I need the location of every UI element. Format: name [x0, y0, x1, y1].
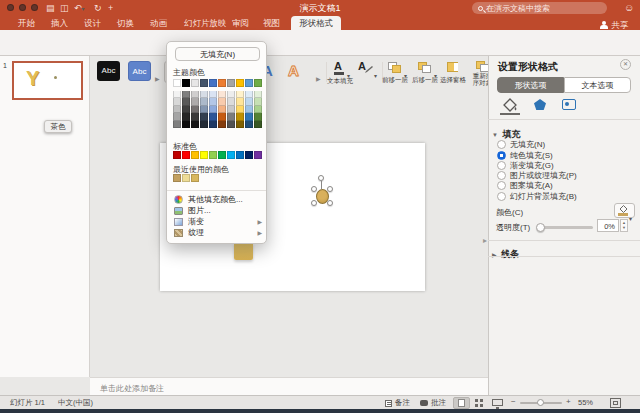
- transparency-value-input[interactable]: 0%: [597, 219, 619, 232]
- gradient-fill-item[interactable]: 渐变: [170, 216, 265, 227]
- color-swatch[interactable]: [209, 79, 217, 87]
- color-swatch[interactable]: [236, 151, 244, 159]
- color-swatch[interactable]: [245, 106, 253, 113]
- color-swatch[interactable]: [254, 113, 262, 120]
- fill-line-tab-icon[interactable]: [502, 98, 518, 112]
- color-swatch[interactable]: [254, 106, 262, 113]
- color-swatch[interactable]: [218, 151, 226, 159]
- bring-forward-label[interactable]: 前移一层: [380, 76, 410, 83]
- send-backward-label[interactable]: 后移一层: [410, 76, 440, 83]
- color-swatch[interactable]: [254, 79, 262, 87]
- style-gallery-next-arrow[interactable]: [155, 67, 160, 85]
- color-swatch[interactable]: [200, 121, 208, 128]
- no-fill-button[interactable]: 无填充(N): [175, 47, 260, 61]
- pane-collapse-arrow[interactable]: ▸: [483, 236, 487, 245]
- text-fill-label[interactable]: 文本填充: [322, 77, 358, 84]
- zoom-slider-knob[interactable]: [537, 399, 544, 406]
- color-swatch[interactable]: [245, 113, 253, 120]
- color-swatch[interactable]: [200, 151, 208, 159]
- color-swatch[interactable]: [191, 121, 199, 128]
- wordart-gallery-next-arrow[interactable]: [316, 67, 321, 85]
- comments-toggle[interactable]: 批注: [431, 398, 446, 408]
- color-swatch[interactable]: [227, 79, 235, 87]
- color-swatch[interactable]: [191, 151, 199, 159]
- color-swatch[interactable]: [182, 113, 190, 120]
- transparency-slider-knob[interactable]: [536, 223, 545, 232]
- color-swatch[interactable]: [236, 98, 244, 105]
- color-swatch[interactable]: [173, 174, 181, 182]
- color-swatch[interactable]: [218, 121, 226, 128]
- color-swatch[interactable]: [191, 106, 199, 113]
- color-swatch[interactable]: [209, 98, 217, 105]
- more-fill-colors-item[interactable]: 其他填充颜色...: [170, 194, 265, 205]
- color-swatch[interactable]: [245, 151, 253, 159]
- color-swatch[interactable]: [218, 106, 226, 113]
- color-swatch[interactable]: [236, 106, 244, 113]
- line-section-header[interactable]: ▶ 线条: [492, 243, 519, 261]
- fill-color-picker-button[interactable]: [614, 203, 635, 218]
- resize-handle-se[interactable]: [327, 200, 333, 206]
- color-swatch[interactable]: [209, 113, 217, 120]
- slide-sorter-view-button[interactable]: [475, 399, 483, 407]
- color-swatch[interactable]: [227, 151, 235, 159]
- resize-handle-ne[interactable]: [327, 186, 333, 192]
- search-input[interactable]: 在演示文稿中搜索: [472, 2, 607, 14]
- color-swatch[interactable]: [209, 151, 217, 159]
- color-swatch[interactable]: [236, 91, 244, 98]
- color-swatch[interactable]: [173, 113, 181, 120]
- color-swatch[interactable]: [173, 121, 181, 128]
- texture-fill-item[interactable]: 纹理: [170, 227, 265, 238]
- color-swatch[interactable]: [254, 91, 262, 98]
- tab-animations[interactable]: 动画: [150, 16, 167, 30]
- minimize-window-button[interactable]: [19, 4, 26, 11]
- color-swatch[interactable]: [227, 113, 235, 120]
- transparency-stepper[interactable]: ▲▼: [620, 219, 628, 232]
- tab-shape-options[interactable]: 形状选项: [497, 77, 564, 93]
- color-swatch[interactable]: [245, 121, 253, 128]
- more-tools-icon[interactable]: +: [108, 1, 113, 15]
- notes-toggle[interactable]: 备注: [395, 398, 410, 408]
- color-swatch[interactable]: [173, 98, 181, 105]
- color-swatch[interactable]: [191, 91, 199, 98]
- color-swatch[interactable]: [227, 106, 235, 113]
- color-swatch[interactable]: [245, 91, 253, 98]
- color-swatch[interactable]: [182, 174, 190, 182]
- color-swatch[interactable]: [200, 113, 208, 120]
- shape-style-chip-3[interactable]: Abc: [128, 61, 151, 81]
- normal-view-button[interactable]: [453, 397, 470, 409]
- tab-slideshow[interactable]: 幻灯片放映: [184, 16, 227, 30]
- tab-review[interactable]: 审阅: [232, 16, 249, 30]
- color-swatch[interactable]: [182, 79, 190, 87]
- color-swatch[interactable]: [173, 79, 181, 87]
- selected-shape-group[interactable]: [308, 175, 336, 209]
- selection-pane-label[interactable]: 选择窗格: [439, 76, 467, 83]
- language-indicator[interactable]: 中文(中国): [58, 398, 93, 408]
- notes-area[interactable]: 单击此处添加备注: [90, 377, 488, 395]
- color-swatch[interactable]: [227, 121, 235, 128]
- color-swatch[interactable]: [236, 79, 244, 87]
- color-swatch[interactable]: [191, 79, 199, 87]
- undo-icon[interactable]: ↶: [74, 1, 85, 16]
- color-swatch[interactable]: [227, 91, 235, 98]
- color-swatch[interactable]: [200, 98, 208, 105]
- radio-pattern-fill[interactable]: 图案填充(A): [497, 180, 553, 191]
- zoom-window-button[interactable]: [31, 4, 38, 11]
- color-swatch[interactable]: [218, 113, 226, 120]
- color-swatch[interactable]: [200, 79, 208, 87]
- tab-shape-format-active[interactable]: 形状格式: [291, 16, 341, 30]
- slide-shape-y-stub[interactable]: [234, 243, 253, 260]
- tab-text-options[interactable]: 文本选项: [564, 77, 631, 93]
- color-swatch[interactable]: [182, 151, 190, 159]
- zoom-out-button[interactable]: [511, 397, 516, 406]
- color-swatch[interactable]: [173, 91, 181, 98]
- tab-transitions[interactable]: 切换: [117, 16, 134, 30]
- color-swatch[interactable]: [209, 106, 217, 113]
- color-swatch[interactable]: [182, 106, 190, 113]
- transparency-slider-track[interactable]: [538, 226, 593, 229]
- tab-home[interactable]: 开始: [18, 16, 35, 30]
- resize-handle-nw[interactable]: [311, 186, 317, 192]
- color-swatch[interactable]: [218, 91, 226, 98]
- bring-forward-icon[interactable]: [392, 65, 401, 73]
- zoom-level[interactable]: 55%: [578, 398, 593, 408]
- color-swatch[interactable]: [236, 121, 244, 128]
